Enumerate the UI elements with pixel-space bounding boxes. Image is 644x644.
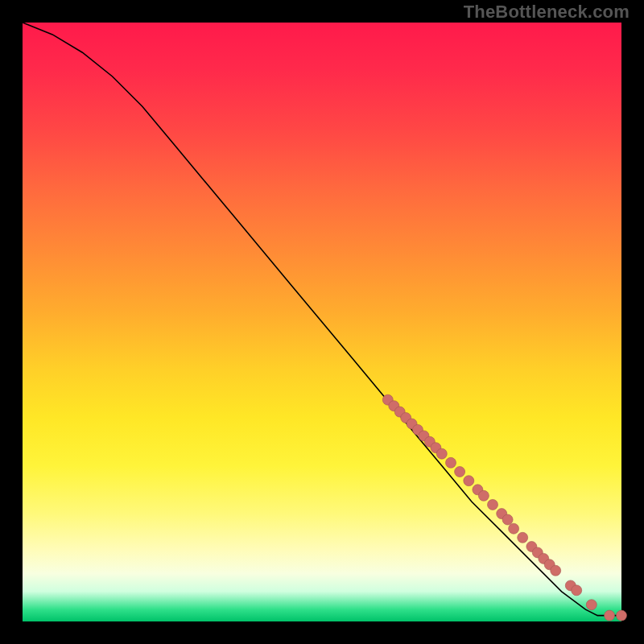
data-point: [551, 565, 561, 576]
data-point: [518, 532, 528, 543]
watermark-text: TheBottleneck.com: [464, 2, 630, 23]
main-curve: [23, 23, 621, 616]
data-point: [478, 490, 489, 501]
data-point: [455, 467, 465, 477]
data-point: [464, 476, 474, 486]
data-point: [572, 585, 582, 596]
plot-svg: [23, 23, 621, 621]
plot-area: [23, 23, 621, 621]
chart-frame: TheBottleneck.com: [0, 0, 644, 644]
data-point: [617, 610, 627, 621]
marker-cluster: [382, 394, 626, 621]
data-point: [605, 610, 615, 621]
data-point: [509, 523, 519, 534]
data-point: [586, 600, 597, 610]
data-point: [446, 457, 456, 468]
data-point: [488, 499, 498, 510]
data-point: [502, 514, 513, 525]
data-point: [436, 448, 447, 459]
